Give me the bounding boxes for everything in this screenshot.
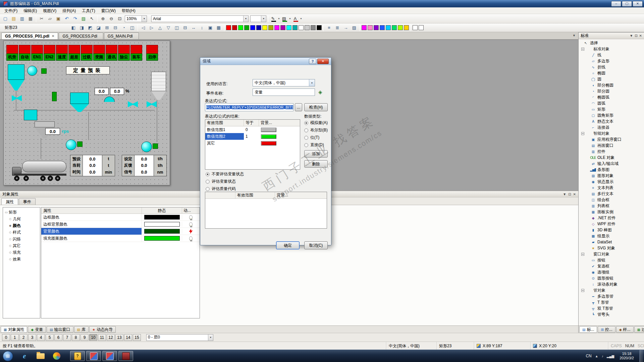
valve-left[interactable]: [12, 95, 22, 101]
color-swatch[interactable]: [262, 25, 267, 30]
status-button[interactable]: 速度: [56, 45, 68, 61]
palette-item[interactable]: ▤ 多行文本: [579, 191, 644, 197]
rps-value-box[interactable]: 0.0: [45, 128, 60, 135]
status-button[interactable]: 通讯: [106, 45, 117, 61]
layer-button[interactable]: 14: [124, 334, 132, 341]
tray-clock[interactable]: 15:18 2020/3/2: [620, 352, 634, 360]
color-swatch[interactable]: [238, 25, 243, 30]
palette-item[interactable]: ▢ 圆角矩形: [579, 112, 644, 118]
same-size-icon[interactable]: ▣: [206, 24, 214, 32]
status-button[interactable]: 变频: [93, 45, 105, 61]
palette-tab[interactable]: ▤ 标...: [579, 326, 597, 333]
check-button[interactable]: 检查(H): [304, 103, 328, 111]
value-range-row[interactable]: 其它: [205, 140, 300, 146]
palette-item[interactable]: ▤ 画面窗口: [579, 142, 644, 148]
evaluate-radio[interactable]: 评估质量代码: [206, 186, 244, 192]
chevron-down-icon[interactable]: ▼: [563, 192, 566, 196]
menu-item[interactable]: 窗口(W): [98, 7, 119, 14]
palette-item[interactable]: ▥ 控件: [579, 148, 644, 155]
palette-item[interactable]: ▱ 多边形: [579, 58, 644, 64]
taskbar-red-app[interactable]: [118, 351, 133, 361]
property-color-swatch[interactable]: [144, 215, 180, 220]
evaluate-radio[interactable]: 评估变量状态: [206, 178, 244, 185]
palette-item[interactable]: ⊙ 圆形按钮: [579, 275, 644, 281]
palette-item[interactable]: ⌐ 连接器: [579, 124, 644, 130]
color-swatch[interactable]: [268, 25, 273, 30]
tab-list-chevron-icon[interactable]: ▼: [573, 34, 576, 37]
datatype-radio[interactable]: 位(T): [304, 134, 328, 141]
process-picture-canvas[interactable]: 机旁 自动 EN1 EN2 速度 超差: [3, 41, 170, 185]
silo-body[interactable]: [151, 72, 166, 91]
valve-mid-2[interactable]: [147, 101, 157, 107]
menu-item[interactable]: 排列(A): [59, 7, 79, 14]
value-range-table[interactable]: 有效范围 等于 背景... 数值范围1 0 数值范围2 1 其它: [205, 119, 300, 170]
dialog-titlebar[interactable]: 值域 ? ✕: [200, 58, 331, 65]
layer-select[interactable]: 0 - 层0 ▼: [146, 334, 213, 341]
datatype-radio[interactable]: 布尔型(B): [304, 127, 328, 133]
chevron-down-icon[interactable]: ▼: [630, 34, 633, 38]
palette-tab[interactable]: ▦ 过...: [634, 326, 644, 333]
tray-language[interactable]: CN: [586, 354, 591, 358]
static-bulb-icon[interactable]: [189, 236, 193, 241]
expression-browse-button[interactable]: ...: [295, 103, 302, 111]
align-top-icon[interactable]: △: [156, 24, 164, 32]
palette-item[interactable]: ▨ 图形对象: [579, 173, 644, 179]
datatype-radio[interactable]: 模拟量(A): [304, 120, 328, 126]
palette-item[interactable]: ◜ 椭圆弧: [579, 94, 644, 100]
palette-item[interactable]: ▰ DataSet: [579, 239, 644, 245]
layer-button[interactable]: 3: [28, 334, 36, 341]
tool-window-tab[interactable]: ★ 动态向导: [89, 326, 116, 333]
layer-button[interactable]: 10: [89, 334, 97, 341]
snap-grid-icon[interactable]: ▦: [215, 24, 223, 32]
start-button[interactable]: ⊞: [3, 351, 13, 361]
layer-button[interactable]: 5: [46, 334, 54, 341]
panel-header[interactable]: 标准 ▼ ⊡ ✕: [579, 33, 644, 39]
meter-value-2[interactable]: 0.0: [110, 88, 124, 95]
delete-button[interactable]: 删除: [304, 160, 328, 168]
palette-item[interactable]: ┗ 管弯头: [579, 311, 644, 317]
color-swatch[interactable]: [368, 25, 373, 30]
tree-collapse-icon[interactable]: [581, 253, 584, 256]
palette-item[interactable]: ━ 多边形管: [579, 293, 644, 299]
status-button[interactable]: 机旁: [6, 45, 18, 61]
taskbar-wincc-app-1[interactable]: [86, 351, 101, 361]
bring-to-front-icon[interactable]: ◧: [69, 24, 77, 32]
pin-icon[interactable]: ⊡: [635, 34, 637, 38]
color-swatch[interactable]: [404, 25, 409, 30]
palette-item[interactable]: ⇄ 输入/输出域: [579, 161, 644, 167]
color-swatch[interactable]: [250, 25, 255, 30]
status-button[interactable]: 启停: [146, 45, 158, 61]
font-size-select[interactable]: ▼: [250, 15, 266, 22]
property-tree-item[interactable]: ◇ 其它: [4, 242, 39, 249]
status-button[interactable]: 除尘: [118, 45, 130, 61]
layer-button[interactable]: 8: [72, 334, 80, 341]
cancel-button[interactable]: 取消(C): [304, 241, 328, 249]
tank-mid-funnel[interactable]: [70, 104, 89, 112]
palette-item[interactable]: ◉ 选项组: [579, 269, 644, 275]
palette-item[interactable]: ★ SVG 对象: [579, 245, 644, 251]
paste-icon[interactable]: ▣: [54, 15, 62, 22]
send-backward-icon[interactable]: ◪: [95, 24, 103, 32]
chevron-down-icon[interactable]: ▼: [278, 17, 280, 20]
table-row[interactable]: 预设 0.0 t: [66, 156, 115, 162]
redo-icon[interactable]: ↷: [71, 15, 79, 22]
dialog-help-button[interactable]: ?: [309, 59, 316, 64]
palette-item[interactable]: ◯ 圆: [579, 76, 644, 82]
color-swatch[interactable]: [380, 25, 385, 30]
chevron-down-icon[interactable]: ▼: [300, 17, 302, 20]
add-button[interactable]: 添加: [304, 150, 328, 158]
pump-1[interactable]: [66, 139, 76, 150]
open-icon[interactable]: ▤: [10, 15, 18, 22]
palette-item[interactable]: ▦ 面板实例: [579, 209, 644, 215]
motor-indicator[interactable]: [41, 68, 47, 74]
properties-tab[interactable]: 属性: [1, 198, 18, 205]
font-color-picker[interactable]: A ▼: [292, 15, 303, 22]
context-help-icon[interactable]: ↖: [88, 15, 96, 22]
property-tree-item[interactable]: ◇ 填充: [4, 249, 39, 256]
palette-item[interactable]: ▩ 组显示: [579, 233, 644, 239]
close-button[interactable]: ✕: [633, 1, 643, 7]
document-tab[interactable]: GS_MAIN.Pdl: [104, 33, 139, 39]
color-swatch[interactable]: [419, 25, 424, 30]
send-to-back-icon[interactable]: ◨: [78, 24, 86, 32]
color-swatch[interactable]: [311, 25, 316, 30]
